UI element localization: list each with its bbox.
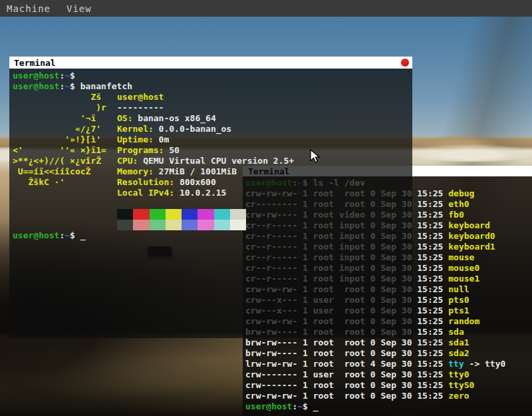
prompt-path: ~ bbox=[65, 230, 70, 240]
terminal1-command-line: user@host:~$ bananfetch bbox=[13, 81, 412, 92]
terminal1-prompt-line: user@host:~$ _ bbox=[13, 230, 412, 241]
palette-swatch bbox=[198, 209, 213, 220]
prompt-user: user@host bbox=[13, 81, 59, 91]
palette-swatch bbox=[117, 220, 133, 230]
ls-row: crw------- 1 root root 0 Sep 30 15:25 tt… bbox=[245, 380, 532, 391]
fetch-line: '»!}[ì'Uptime: 0m bbox=[13, 134, 412, 145]
prompt-path: ~ bbox=[65, 71, 70, 81]
palette-swatch bbox=[166, 209, 182, 220]
terminal1-title: Terminal bbox=[9, 57, 412, 67]
fetch-line: <' ''« ×}ï1=Programs: 50 bbox=[13, 145, 412, 156]
chalk-formation bbox=[409, 144, 532, 162]
fetch-line: U==íï<<ííîcocŽMemory: 27MiB / 1001MiB bbox=[13, 166, 412, 177]
fetch-line: Zšuser@host bbox=[13, 92, 412, 103]
ls-row: lrw-rw-rw- 1 root root 4 Sep 30 15:25 tt… bbox=[245, 359, 532, 369]
bananfetch-output: Zšuser@host )r--------- '¬ïOS: banan-os … bbox=[13, 92, 412, 198]
fetch-line: )r--------- bbox=[13, 103, 412, 113]
command-text: bananfetch bbox=[75, 81, 132, 91]
terminal1-content[interactable]: user@host:~$ user@host:~$ bananfetch Zšu… bbox=[9, 69, 412, 338]
fetch-line: '¬ïOS: banan-os x86_64 bbox=[13, 113, 412, 124]
fetch-line: Local IPv4: 10.0.2.15 bbox=[13, 188, 412, 198]
prompt-user: user@host bbox=[13, 71, 59, 81]
terminal2-prompt-line: user@host:~$ _ bbox=[245, 401, 532, 412]
palette-swatch bbox=[214, 220, 230, 230]
palette-swatch bbox=[230, 209, 246, 220]
close-button[interactable] bbox=[401, 59, 409, 67]
palette-swatch bbox=[133, 209, 149, 220]
terminal1-old-prompt: user@host:~$ bbox=[13, 71, 412, 81]
palette-swatch bbox=[150, 209, 166, 220]
prompt-path: ~ bbox=[65, 81, 70, 91]
mouse-cursor-icon bbox=[310, 149, 321, 164]
palette-swatch bbox=[150, 220, 166, 230]
palette-swatch bbox=[198, 220, 213, 230]
palette-swatch bbox=[182, 220, 198, 230]
terminal-color-palette bbox=[13, 209, 412, 230]
ls-row: brw-rw---- 1 root root 0 Sep 30 15:25 sd… bbox=[245, 337, 532, 348]
palette-row bbox=[13, 209, 412, 220]
palette-swatch bbox=[166, 220, 182, 230]
palette-swatch bbox=[230, 220, 246, 230]
palette-swatch bbox=[214, 209, 230, 220]
palette-swatch bbox=[117, 209, 133, 220]
blank-line bbox=[13, 198, 412, 209]
menu-view[interactable]: View bbox=[60, 3, 101, 14]
prompt-path: ~ bbox=[297, 401, 303, 411]
fetch-line: ŽškC ·'Resolution: 800x600 bbox=[13, 177, 412, 188]
palette-row bbox=[13, 220, 412, 230]
ls-row: brw-rw---- 1 root root 0 Sep 30 15:25 sd… bbox=[245, 348, 532, 359]
text-cursor: _ bbox=[75, 230, 86, 240]
palette-swatch bbox=[182, 209, 198, 220]
fetch-line: >**¿<+)//( ×¿vîrŽCPU: QEMU Virtual CPU v… bbox=[13, 156, 412, 166]
terminal-window-front: Terminal user@host:~$ user@host:~$ banan… bbox=[9, 57, 412, 336]
vm-screen: Machine View Terminal user@host:~$ ls -l… bbox=[0, 0, 532, 416]
ls-row: crw------- 1 user root 0 Sep 30 15:25 tt… bbox=[245, 369, 532, 380]
text-cursor: _ bbox=[308, 401, 319, 411]
fetch-line: «/¿7'Kernel: 0.0.0-banan_os bbox=[13, 124, 412, 134]
menu-machine[interactable]: Machine bbox=[0, 3, 60, 14]
prompt-user: user@host bbox=[13, 230, 59, 240]
terminal1-titlebar[interactable]: Terminal bbox=[9, 57, 412, 69]
menu-bar: Machine View bbox=[0, 0, 532, 17]
ls-row: crw-rw-rw- 1 root root 0 Sep 30 15:25 ze… bbox=[245, 391, 532, 401]
prompt-user: user@host bbox=[245, 401, 292, 411]
palette-swatch bbox=[133, 220, 149, 230]
